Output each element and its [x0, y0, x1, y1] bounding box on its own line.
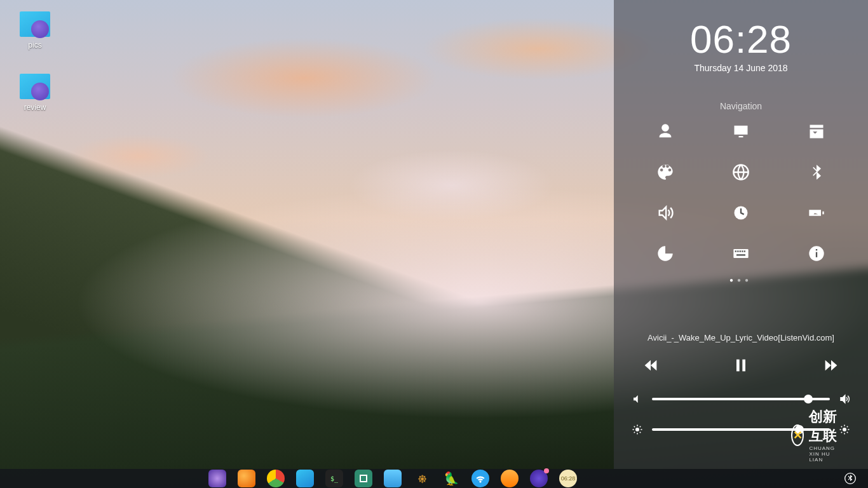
nav-user-icon[interactable]	[656, 123, 674, 140]
taskbar-bird-icon[interactable]: 🦜	[442, 470, 460, 487]
taskbar-app-launcher[interactable]	[208, 470, 226, 487]
nav-storage-icon[interactable]	[656, 245, 674, 262]
nav-appearance-icon[interactable]	[656, 163, 674, 181]
system-tray: ✕ 创新互联 CHUANG XIN HU LIAN	[844, 469, 857, 488]
desktop-icon-label: review	[10, 103, 60, 112]
navigation-grid	[628, 123, 854, 262]
taskbar-clock-widget[interactable]: 06:28	[559, 470, 577, 487]
brightness-low-icon[interactable]	[632, 424, 643, 435]
media-track-title: Avicii_-_Wake_Me_Up_Lyric_Video[ListenVi…	[628, 333, 854, 342]
brand-text-en: CHUANG XIN HU LIAN	[809, 445, 844, 463]
media-previous-button[interactable]	[642, 356, 660, 374]
taskbar-disc-icon[interactable]	[530, 470, 548, 487]
brand-text-cn: 创新互联	[809, 409, 837, 444]
nav-application-icon[interactable]	[808, 123, 825, 140]
brand-watermark: ✕ 创新互联 CHUANG XIN HU LIAN	[791, 407, 844, 463]
media-pause-button[interactable]	[732, 356, 750, 374]
media-next-button[interactable]	[822, 356, 840, 374]
desktop-folder-review[interactable]: review	[10, 74, 60, 112]
media-controls	[642, 356, 840, 374]
folder-icon	[20, 74, 50, 99]
volume-mute-icon[interactable]	[632, 393, 643, 405]
panel-date: Thursday 14 June 2018	[628, 63, 854, 73]
nav-bluetooth-icon[interactable]	[808, 163, 825, 181]
volume-max-icon[interactable]	[839, 393, 850, 405]
nav-keyboard-icon[interactable]	[732, 245, 750, 262]
panel-clock: 06:28	[628, 17, 854, 62]
navigation-pager[interactable]: ●●●	[628, 276, 854, 283]
navigation-heading: Navigation	[628, 101, 854, 111]
folder-icon	[20, 11, 50, 37]
brand-logo-icon: ✕	[791, 424, 804, 446]
desktop-icon-label: pics	[10, 41, 60, 50]
nav-volume-icon[interactable]	[656, 204, 674, 222]
desktop-folder-pics[interactable]: pics	[10, 11, 60, 50]
nav-battery-icon[interactable]	[808, 204, 825, 222]
nav-clock-icon[interactable]	[732, 204, 750, 222]
taskbar: $_ ⎈ 🦜 06:28	[0, 469, 868, 488]
taskbar-wifi-icon[interactable]	[471, 470, 489, 487]
volume-slider-knob[interactable]	[804, 395, 813, 403]
taskbar-chrome-icon[interactable]	[267, 470, 285, 487]
nav-network-icon[interactable]	[732, 163, 750, 181]
volume-slider-row	[632, 393, 850, 405]
taskbar-helm-icon[interactable]: ⎈	[413, 470, 431, 487]
taskbar-firefox-icon[interactable]	[238, 470, 255, 487]
nav-display-icon[interactable]	[732, 123, 750, 140]
side-panel: 06:28 Thursday 14 June 2018 Navigation ●…	[614, 0, 868, 469]
taskbar-tiling-icon[interactable]	[355, 470, 372, 487]
volume-slider[interactable]	[652, 398, 830, 400]
taskbar-image-viewer-icon[interactable]	[384, 470, 402, 487]
taskbar-terminal-icon[interactable]: $_	[325, 470, 343, 487]
taskbar-file-manager-icon[interactable]	[296, 470, 314, 487]
nav-info-icon[interactable]	[808, 245, 825, 262]
tray-bluetooth-icon[interactable]	[844, 472, 857, 485]
taskbar-orange-icon[interactable]	[501, 470, 519, 487]
